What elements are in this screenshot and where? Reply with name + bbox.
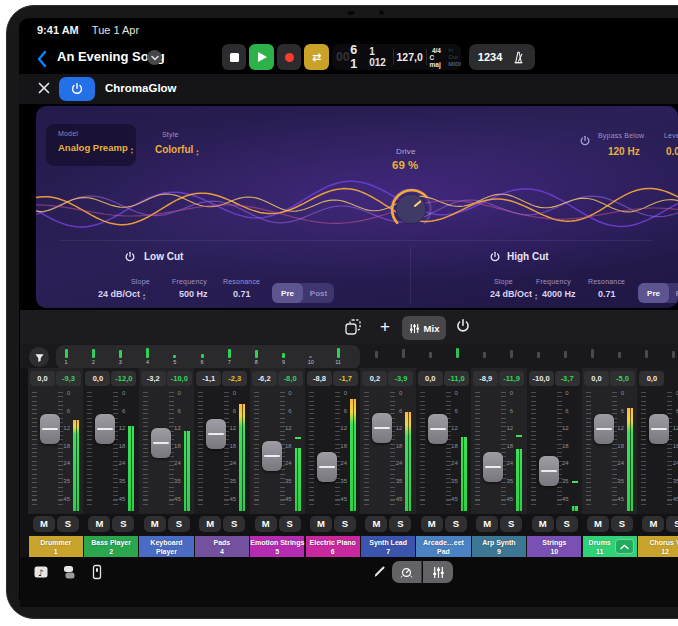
solo-button[interactable]: S [500,516,522,532]
solo-button[interactable]: S [556,516,578,532]
lowcut-power-button[interactable] [124,251,136,263]
mute-button[interactable]: M [199,516,221,532]
fader-handle[interactable] [317,452,337,482]
highcut-pre[interactable]: Pre [638,283,669,303]
mixer-power-button[interactable] [455,318,473,336]
mute-button[interactable]: M [144,516,166,532]
mute-button[interactable]: M [88,516,110,532]
level-value[interactable]: 0.0 [666,146,678,157]
close-plugin-button[interactable] [37,81,51,95]
highcut-power-button[interactable] [489,251,501,263]
lowcut-res-value[interactable]: 0.71 [233,289,251,299]
track-name[interactable]: Bass Player2 [84,536,138,557]
fader-handle[interactable] [95,414,115,444]
solo-button[interactable]: S [112,516,134,532]
volume-readout[interactable]: 0,0 [584,371,609,386]
mute-button[interactable]: M [421,516,443,532]
duplicate-button[interactable] [343,317,365,337]
fader-handle[interactable] [539,456,559,486]
add-button[interactable]: + [375,315,395,339]
plugin-power-button[interactable] [59,77,95,101]
back-button[interactable] [35,50,49,68]
fader-handle[interactable] [206,419,226,449]
track-name[interactable]: Emotion Strings5 [250,536,304,557]
cycle-button[interactable]: ⇄ [304,44,329,70]
volume-readout[interactable]: 0,0 [30,371,55,386]
mute-button[interactable]: M [642,516,664,532]
record-button[interactable] [277,44,301,70]
track-name[interactable]: Keyboard Player3 [139,536,193,557]
bypass-value[interactable]: 120 Hz [608,146,640,157]
filter-button[interactable] [29,347,49,367]
fader-handle[interactable] [40,414,60,444]
volume-readout[interactable]: -6,2 [252,371,277,386]
mix-button[interactable]: Mix [402,316,446,340]
volume-readout[interactable]: -8,8 [307,371,332,386]
volume-readout[interactable]: -10,0 [529,371,554,386]
volume-readout[interactable]: 0,0 [418,371,443,386]
volume-readout[interactable]: 0,0 [85,371,110,386]
mute-button[interactable]: M [310,516,332,532]
stop-button[interactable] [222,44,246,70]
lowcut-slope-value[interactable]: 24 dB/Oct▴▾ [98,289,145,301]
plugins-button[interactable] [88,563,106,581]
volume-readout[interactable]: -3,2 [141,371,166,386]
mute-button[interactable]: M [587,516,609,532]
count-in-button[interactable]: 1234 [478,51,502,63]
highcut-post[interactable]: Post [669,283,678,303]
highcut-slope-value[interactable]: 24 dB/Oct▴▾ [490,289,537,301]
fader-handle[interactable] [483,452,503,482]
loops-button[interactable] [60,563,78,581]
solo-button[interactable]: S [57,516,79,532]
volume-readout[interactable]: -8,9 [473,371,498,386]
track-name[interactable]: Arp Synth9 [472,536,526,557]
solo-button[interactable]: S [611,516,633,532]
collapse-button[interactable] [615,539,634,554]
metronome-icon[interactable] [511,50,526,65]
edit-button[interactable] [372,563,388,579]
song-menu-button[interactable] [147,50,162,65]
fader-handle[interactable] [262,441,282,471]
fader-handle[interactable] [594,414,614,444]
volume-readout[interactable]: -1,1 [196,371,221,386]
track-name[interactable]: Synth Lead7 [361,536,415,557]
solo-button[interactable]: S [666,516,678,532]
bypass-power-button[interactable] [579,135,591,147]
lowcut-prepost-segment[interactable]: Pre Post [272,283,334,303]
play-button[interactable] [249,44,274,70]
solo-button[interactable]: S [389,516,411,532]
drive-knob[interactable] [388,186,434,232]
track-overview-window[interactable] [56,345,360,369]
track-name[interactable]: Drummer1 [29,536,83,557]
controls-button[interactable] [392,561,422,583]
track-name[interactable]: Chorus V12 [638,536,678,557]
track-name[interactable]: Arcade…eet Pad8 [416,536,470,557]
style-selector[interactable]: Colorful▴▾ [155,144,199,157]
highcut-freq-value[interactable]: 4000 Hz [542,289,576,299]
solo-button[interactable]: S [279,516,301,532]
mute-button[interactable]: M [532,516,554,532]
highcut-prepost-segment[interactable]: Pre Post [638,283,678,303]
mute-button[interactable]: M [33,516,55,532]
volume-readout[interactable]: 0,0 [639,371,664,386]
fader-handle[interactable] [151,428,171,458]
model-selector[interactable]: Model Analog Preamp▴▾ [46,124,136,166]
lcd-display[interactable]: 00 6 1 1 012 127,0 4/4 C maj In Out MIDI [332,44,461,70]
lowcut-post[interactable]: Post [303,283,334,303]
mute-button[interactable]: M [476,516,498,532]
highcut-res-value[interactable]: 0.71 [598,289,616,299]
solo-button[interactable]: S [168,516,190,532]
fader-handle[interactable] [649,414,669,444]
fader-handle[interactable] [428,414,448,444]
fader-handle[interactable] [372,413,392,443]
mute-button[interactable]: M [255,516,277,532]
volume-readout[interactable]: 0,2 [362,371,387,386]
solo-button[interactable]: S [223,516,245,532]
solo-button[interactable]: S [334,516,356,532]
track-name[interactable]: Electric Piano6 [306,536,360,557]
lowcut-pre[interactable]: Pre [272,283,303,303]
mute-button[interactable]: M [365,516,387,532]
browser-button[interactable]: ♪ [32,563,50,581]
faders-button[interactable] [423,561,453,583]
solo-button[interactable]: S [445,516,467,532]
